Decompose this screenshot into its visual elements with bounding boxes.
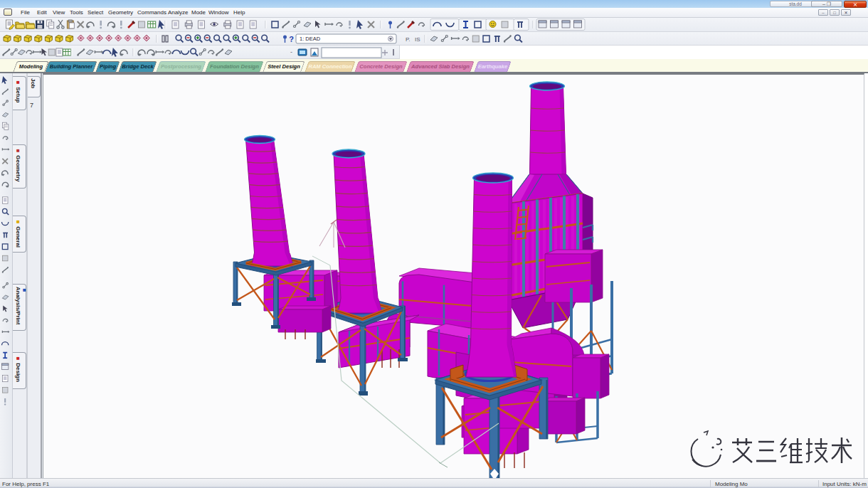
svg-text:?: ? <box>289 35 294 43</box>
svg-text:IS: IS <box>415 36 420 43</box>
svg-text:-: - <box>290 48 292 55</box>
svg-text:1: DEAD: 1: DEAD <box>300 36 321 42</box>
svg-text:P.: P. <box>406 36 411 43</box>
